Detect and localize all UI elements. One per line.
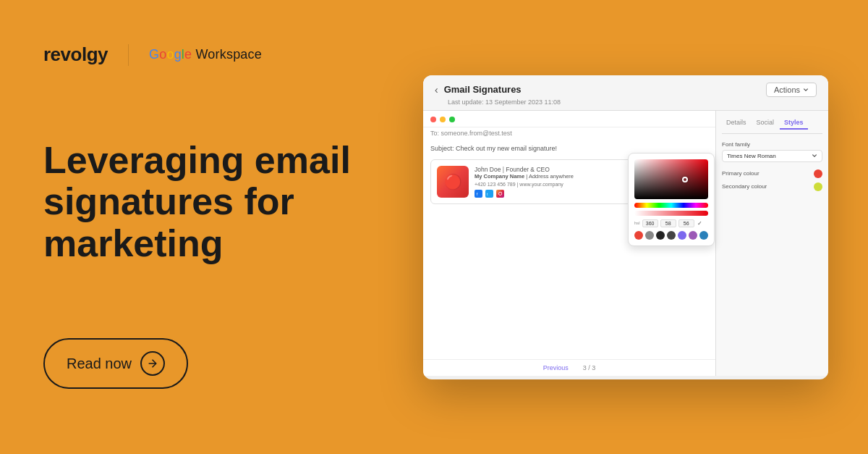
- tab-details[interactable]: Details: [722, 117, 751, 130]
- color-cursor[interactable]: [682, 177, 688, 182]
- left-side: revolgy Google Workspace Leveraging emai…: [0, 0, 412, 454]
- logo-bar: revolgy Google Workspace: [43, 43, 369, 66]
- app-body: To: someone.from@test.test Subject: Chec…: [423, 111, 828, 376]
- revolgy-logo: revolgy: [43, 43, 108, 66]
- facebook-icon: f: [475, 190, 482, 198]
- secondary-colour-swatch[interactable]: [814, 182, 822, 191]
- right-side: ‹ Gmail Signatures Actions Last update: …: [412, 46, 868, 408]
- font-family-select[interactable]: Times New Roman: [722, 150, 822, 162]
- swatch-black[interactable]: [656, 231, 665, 240]
- read-now-label: Read now: [67, 356, 132, 372]
- hue-slider[interactable]: [634, 203, 708, 208]
- tab-social[interactable]: Social: [752, 117, 779, 130]
- swatch-gray[interactable]: [645, 231, 654, 240]
- primary-colour-row: Primary colour: [722, 169, 822, 178]
- hsl-s-value[interactable]: 58: [660, 219, 676, 227]
- back-arrow-icon[interactable]: ‹: [435, 84, 438, 96]
- panel-tabs: Details Social Styles: [722, 117, 822, 134]
- font-family-label: Font family: [722, 141, 822, 148]
- minimize-dot: [440, 117, 446, 122]
- app-title: Gmail Signatures: [444, 84, 522, 95]
- app-screenshot: ‹ Gmail Signatures Actions Last update: …: [423, 75, 828, 379]
- arrow-circle-icon: [140, 351, 165, 376]
- secondary-colour-label: Secondary colour: [722, 183, 767, 190]
- app-subtitle: Last update: 13 September 2023 11:08: [448, 98, 817, 106]
- instagram-icon: [496, 190, 504, 198]
- hsl-h-value[interactable]: 360: [642, 219, 658, 227]
- headline: Leveraging email signatures for marketin…: [43, 140, 351, 264]
- primary-colour-swatch[interactable]: [814, 169, 822, 178]
- primary-colour-label: Primary colour: [722, 170, 760, 177]
- maximize-dot: [449, 117, 455, 122]
- check-icon[interactable]: ✓: [697, 220, 702, 227]
- main-container: revolgy Google Workspace Leveraging emai…: [0, 0, 868, 454]
- color-swatches: [634, 231, 708, 240]
- close-dot: [430, 117, 436, 122]
- swatch-purple[interactable]: [678, 231, 686, 240]
- secondary-colour-row: Secondary colour: [722, 182, 822, 191]
- email-pagination: Previous 3 / 3: [423, 359, 715, 376]
- hsl-label: hsl: [634, 221, 640, 225]
- pagination-previous-button[interactable]: Previous: [543, 364, 569, 371]
- right-panel: Details Social Styles Font family Times …: [716, 111, 828, 376]
- email-signature-card: 🔴 John Doe | Founder & CEO My Company Na…: [430, 159, 708, 204]
- email-to-field: To: someone.from@test.test: [423, 127, 715, 139]
- pagination-count: 3 / 3: [583, 364, 596, 371]
- sig-avatar: 🔴: [437, 166, 469, 198]
- twitter-icon: t: [485, 190, 493, 198]
- hsl-inputs: hsl 360 58 56 ✓: [634, 219, 708, 227]
- swatch-red[interactable]: [634, 231, 643, 240]
- swatch-blue[interactable]: [699, 231, 708, 240]
- swatch-violet[interactable]: [689, 231, 697, 240]
- email-body-content: Subject: Check out my new email signatur…: [423, 139, 715, 359]
- email-subject: Subject: Check out my new email signatur…: [430, 145, 708, 152]
- window-controls: [423, 111, 715, 127]
- color-picker-overlay: hsl 360 58 56 ✓: [628, 153, 715, 246]
- color-gradient[interactable]: [634, 159, 708, 199]
- tab-styles[interactable]: Styles: [780, 117, 808, 130]
- read-now-button[interactable]: Read now: [43, 338, 188, 389]
- google-workspace-logo: Google Workspace: [149, 47, 262, 62]
- svg-text:f: f: [477, 191, 478, 196]
- app-title-area: ‹ Gmail Signatures: [435, 84, 522, 96]
- opacity-slider[interactable]: [634, 211, 708, 216]
- app-header: ‹ Gmail Signatures Actions Last update: …: [423, 75, 828, 111]
- actions-button[interactable]: Actions: [766, 83, 817, 97]
- hsl-l-value[interactable]: 56: [678, 219, 694, 227]
- email-pane: To: someone.from@test.test Subject: Chec…: [423, 111, 716, 376]
- svg-text:t: t: [487, 192, 488, 196]
- swatch-darkgray[interactable]: [667, 231, 676, 240]
- svg-point-4: [501, 192, 502, 193]
